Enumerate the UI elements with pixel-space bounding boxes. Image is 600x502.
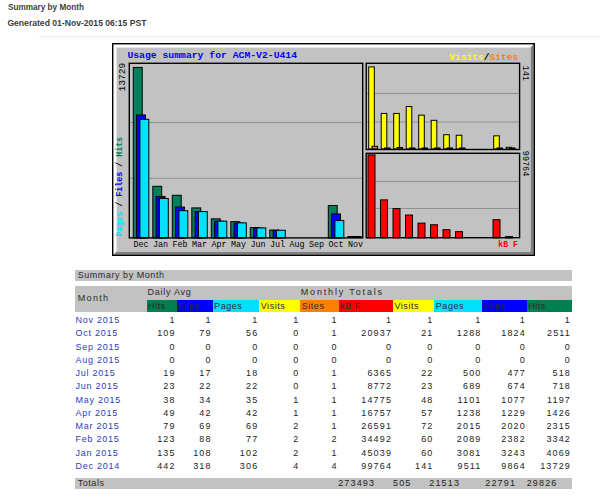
svg-text:Aug: Aug bbox=[289, 239, 304, 249]
svg-text:Usage summary for ACM-V2-U414: Usage summary for ACM-V2-U414 bbox=[127, 49, 297, 60]
svg-text:141: 141 bbox=[519, 65, 529, 80]
svg-text:Apr: Apr bbox=[211, 239, 226, 249]
svg-text:Sep: Sep bbox=[309, 239, 324, 249]
svg-text:Visits/Sites: Visits/Sites bbox=[449, 51, 518, 62]
svg-text:Nov: Nov bbox=[348, 239, 363, 249]
svg-text:Oct: Oct bbox=[328, 239, 343, 249]
svg-text:Dec: Dec bbox=[133, 239, 148, 249]
svg-text:Jan: Jan bbox=[153, 239, 168, 249]
svg-text:Mar: Mar bbox=[192, 239, 207, 249]
svg-text:Jun: Jun bbox=[250, 239, 265, 249]
svg-text:99764: 99764 bbox=[519, 150, 529, 176]
svg-text:13729: 13729 bbox=[117, 62, 128, 91]
svg-text:Jul: Jul bbox=[270, 239, 285, 249]
svg-text:May: May bbox=[231, 239, 246, 249]
svg-text:Pages / Files / Hits: Pages / Files / Hits bbox=[114, 136, 123, 236]
svg-text:kB F: kB F bbox=[498, 240, 518, 249]
svg-text:Feb: Feb bbox=[172, 239, 187, 249]
